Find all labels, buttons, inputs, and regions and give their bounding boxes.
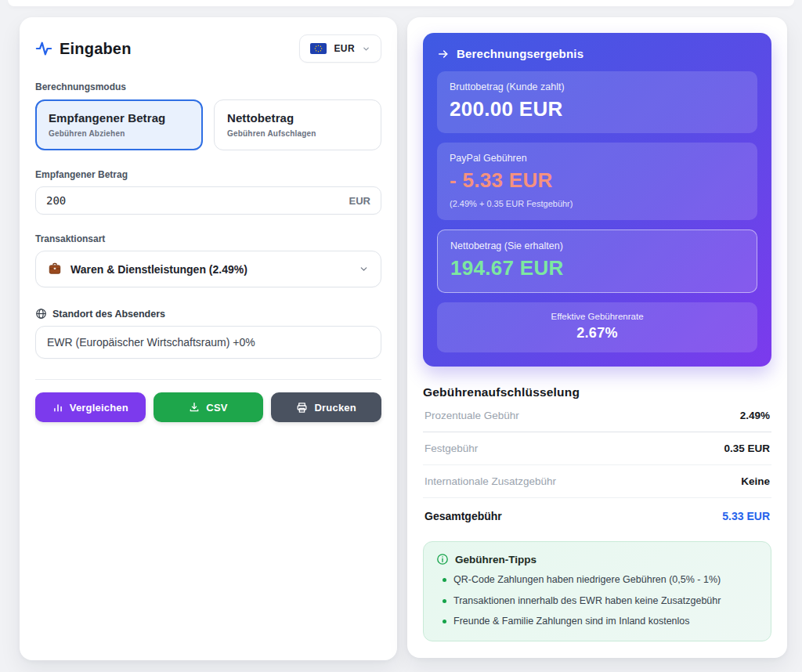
sender-location-label-row: Standort des Absenders	[35, 308, 381, 320]
breakdown-total-label: Gesamtgebühr	[424, 510, 502, 522]
amount-currency-suffix: EUR	[349, 195, 370, 207]
net-amount-value: 194.67 EUR	[450, 256, 744, 280]
actions-divider	[35, 379, 381, 380]
result-header: Berechnungsergebnis	[437, 47, 757, 60]
breakdown-title: Gebührenaufschlüsselung	[423, 385, 771, 399]
mode-toggle-group: Empfangener Betrag Gebühren Abziehen Net…	[35, 99, 381, 150]
bullet-dot-icon	[443, 620, 446, 623]
bullet-dot-icon	[443, 578, 446, 582]
print-button[interactable]: Drucken	[271, 392, 381, 422]
breakdown-row-fixed-fee: Festgebühr 0.35 EUR	[423, 432, 771, 465]
breakdown-row-value: 0.35 EUR	[724, 443, 770, 454]
download-icon	[189, 402, 200, 413]
inputs-panel-title: Eingaben	[60, 40, 132, 58]
currency-value: EUR	[334, 43, 355, 54]
mode-option-subtitle: Gebühren Abziehen	[49, 129, 190, 138]
breakdown-row-label: Internationale Zusatzgebühr	[424, 475, 556, 487]
effective-rate-value: 2.67%	[450, 325, 745, 341]
chevron-down-icon	[362, 45, 370, 53]
breakdown-total-row: Gesamtgebühr 5.33 EUR	[423, 498, 771, 527]
calculation-result-card: Berechnungsergebnis Bruttobetrag (Kunde …	[423, 33, 771, 367]
fee-tip-text: QR-Code Zahlungen haben niedrigere Gebüh…	[453, 574, 721, 587]
fee-tip-item: QR-Code Zahlungen haben niedrigere Gebüh…	[436, 574, 758, 587]
csv-button-label: CSV	[206, 402, 227, 414]
paypal-fees-value: - 5.33 EUR	[450, 168, 745, 193]
print-button-label: Drucken	[314, 402, 356, 414]
net-amount-label: Nettobetrag (Sie erhalten)	[450, 240, 744, 251]
gross-amount-label: Bruttobetrag (Kunde zahlt)	[450, 81, 745, 92]
sender-location-label: Standort des Absenders	[52, 309, 165, 320]
bullet-dot-icon	[443, 599, 446, 603]
breakdown-row-percentage-fee: Prozentuale Gebühr 2.49%	[423, 399, 771, 432]
effective-rate-label: Effektive Gebührenrate	[450, 312, 745, 321]
fee-tip-item: Freunde & Familie Zahlungen sind im Inla…	[436, 616, 758, 628]
activity-pulse-icon	[35, 40, 52, 57]
info-circle-icon	[436, 553, 449, 565]
eu-flag-icon	[310, 43, 327, 54]
action-buttons: Vergleichen CSV Drucken	[35, 392, 381, 422]
transaction-type-label: Transaktionsart	[35, 233, 381, 244]
fee-tip-text: Transaktionen innerhalb des EWR haben ke…	[453, 595, 721, 608]
mode-option-received-amount[interactable]: Empfangener Betrag Gebühren Abziehen	[35, 99, 203, 150]
breakdown-total-value: 5.33 EUR	[722, 510, 770, 522]
fee-tips-header: Gebühren-Tipps	[436, 553, 758, 565]
mode-option-net-amount[interactable]: Nettobetrag Gebühren Aufschlagen	[214, 99, 381, 150]
fee-tips-list: QR-Code Zahlungen haben niedrigere Gebüh…	[436, 574, 758, 628]
page-header-remnant	[8, 0, 794, 6]
breakdown-row-label: Festgebühr	[424, 443, 478, 454]
result-title: Berechnungsergebnis	[457, 47, 583, 60]
currency-selector[interactable]: EUR	[299, 34, 381, 63]
paypal-fees-tile: PayPal Gebühren - 5.33 EUR (2.49% + 0.35…	[437, 143, 757, 220]
breakdown-row-label: Prozentuale Gebühr	[424, 410, 519, 421]
transaction-type-select[interactable]: Waren & Dienstleistungen (2.49%)	[35, 251, 381, 287]
paypal-fees-label: PayPal Gebühren	[450, 153, 745, 164]
bar-chart-icon	[52, 402, 63, 413]
printer-icon	[296, 402, 308, 414]
csv-export-button[interactable]: CSV	[154, 392, 264, 422]
net-amount-tile: Nettobetrag (Sie erhalten) 194.67 EUR	[437, 229, 757, 293]
briefcase-icon	[48, 262, 62, 276]
breakdown-row-value: Keine	[741, 475, 770, 487]
amount-input-wrapper: EUR	[35, 186, 381, 215]
globe-icon	[35, 308, 47, 320]
inputs-header: Eingaben EUR	[35, 34, 381, 63]
breakdown-row-international-surcharge: Internationale Zusatzgebühr Keine	[423, 465, 771, 498]
chevron-down-icon	[359, 264, 369, 274]
compare-button[interactable]: Vergleichen	[35, 392, 146, 422]
mode-option-title: Empfangener Betrag	[49, 111, 190, 125]
amount-input[interactable]	[46, 194, 297, 207]
transaction-type-value: Waren & Dienstleistungen (2.49%)	[70, 263, 247, 276]
compare-button-label: Vergleichen	[70, 402, 128, 414]
breakdown-row-value: 2.49%	[740, 410, 770, 421]
results-panel: Berechnungsergebnis Bruttobetrag (Kunde …	[407, 17, 787, 658]
gross-amount-value: 200.00 EUR	[450, 97, 745, 121]
mode-option-subtitle: Gebühren Aufschlagen	[227, 129, 368, 138]
inputs-panel: Eingaben EUR Berechnungsmodus Empfangene…	[20, 17, 397, 660]
fee-tip-item: Transaktionen innerhalb des EWR haben ke…	[436, 595, 758, 608]
arrow-right-icon	[437, 48, 450, 60]
paypal-fees-note: (2.49% + 0.35 EUR Festgebühr)	[450, 199, 745, 208]
fee-tips-box: Gebühren-Tipps QR-Code Zahlungen haben n…	[423, 541, 771, 641]
effective-rate-tile: Effektive Gebührenrate 2.67%	[437, 302, 757, 352]
mode-option-title: Nettobetrag	[227, 111, 368, 125]
amount-label: Empfangener Betrag	[35, 169, 381, 180]
sender-location-value: EWR (Europäischer Wirtschaftsraum) +0%	[47, 336, 255, 349]
mode-label: Berechnungsmodus	[35, 81, 381, 92]
sender-location-select[interactable]: EWR (Europäischer Wirtschaftsraum) +0%	[35, 326, 381, 359]
fee-tip-text: Freunde & Familie Zahlungen sind im Inla…	[453, 616, 690, 628]
fee-tips-title: Gebühren-Tipps	[455, 554, 536, 565]
gross-amount-tile: Bruttobetrag (Kunde zahlt) 200.00 EUR	[437, 71, 757, 133]
